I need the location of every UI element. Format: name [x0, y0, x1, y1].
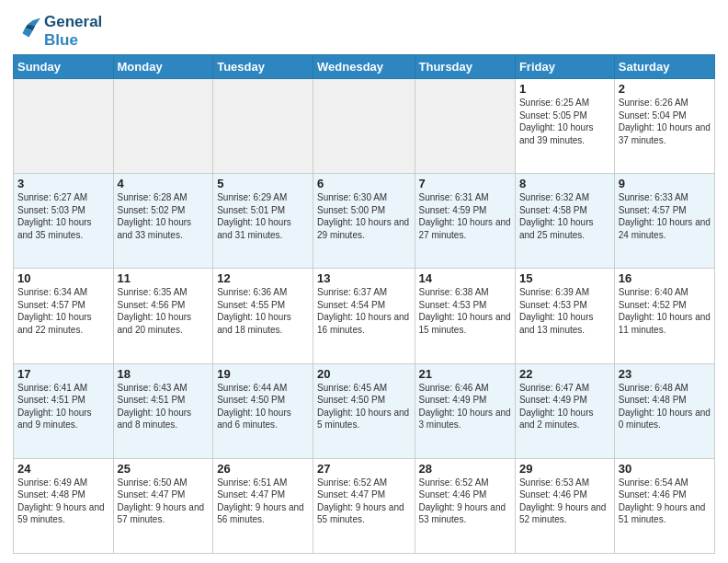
calendar-cell: 10Sunrise: 6:34 AM Sunset: 4:57 PM Dayli… — [14, 269, 114, 363]
calendar-cell: 29Sunrise: 6:53 AM Sunset: 4:46 PM Dayli… — [515, 458, 614, 553]
calendar-cell: 5Sunrise: 6:29 AM Sunset: 5:01 PM Daylig… — [213, 174, 313, 269]
day-info: Sunrise: 6:41 AM Sunset: 4:51 PM Dayligh… — [17, 382, 109, 431]
day-info: Sunrise: 6:29 AM Sunset: 5:01 PM Dayligh… — [217, 191, 309, 241]
logo-area: General Blue — [13, 13, 102, 49]
header: General Blue — [13, 9, 715, 49]
day-number: 8 — [519, 177, 610, 190]
day-number: 26 — [217, 462, 309, 476]
calendar-cell: 20Sunrise: 6:45 AM Sunset: 4:50 PM Dayli… — [313, 363, 415, 458]
calendar-cell: 4Sunrise: 6:28 AM Sunset: 5:02 PM Daylig… — [113, 174, 213, 269]
calendar-cell: 1Sunrise: 6:25 AM Sunset: 5:05 PM Daylig… — [515, 79, 614, 174]
calendar-week-row: 1Sunrise: 6:25 AM Sunset: 5:05 PM Daylig… — [14, 79, 715, 174]
calendar-week-row: 24Sunrise: 6:49 AM Sunset: 4:48 PM Dayli… — [14, 458, 715, 553]
day-number: 10 — [17, 271, 109, 285]
calendar-cell — [213, 79, 313, 174]
day-number: 23 — [619, 367, 711, 381]
calendar-cell: 21Sunrise: 6:46 AM Sunset: 4:49 PM Dayli… — [415, 363, 515, 458]
day-info: Sunrise: 6:36 AM Sunset: 4:55 PM Dayligh… — [217, 286, 309, 336]
calendar-cell: 30Sunrise: 6:54 AM Sunset: 4:46 PM Dayli… — [614, 458, 714, 553]
calendar-cell: 25Sunrise: 6:50 AM Sunset: 4:47 PM Dayli… — [113, 458, 213, 553]
calendar-cell: 6Sunrise: 6:30 AM Sunset: 5:00 PM Daylig… — [313, 174, 415, 269]
day-info: Sunrise: 6:51 AM Sunset: 4:47 PM Dayligh… — [217, 477, 309, 526]
day-number: 19 — [217, 367, 309, 381]
day-number: 30 — [619, 462, 711, 476]
calendar-cell — [415, 79, 515, 174]
calendar-cell: 23Sunrise: 6:48 AM Sunset: 4:48 PM Dayli… — [614, 363, 714, 458]
day-number: 14 — [419, 271, 511, 285]
logo-bird-icon — [15, 17, 40, 42]
calendar-header-friday: Friday — [515, 55, 614, 79]
day-info: Sunrise: 6:33 AM Sunset: 4:57 PM Dayligh… — [619, 191, 711, 241]
day-number: 3 — [17, 177, 109, 190]
calendar-cell: 24Sunrise: 6:49 AM Sunset: 4:48 PM Dayli… — [14, 458, 114, 553]
calendar-cell: 2Sunrise: 6:26 AM Sunset: 5:04 PM Daylig… — [614, 79, 714, 174]
day-info: Sunrise: 6:32 AM Sunset: 4:58 PM Dayligh… — [519, 191, 610, 241]
calendar-cell: 3Sunrise: 6:27 AM Sunset: 5:03 PM Daylig… — [14, 174, 114, 269]
calendar-week-row: 17Sunrise: 6:41 AM Sunset: 4:51 PM Dayli… — [14, 363, 715, 458]
day-info: Sunrise: 6:44 AM Sunset: 4:50 PM Dayligh… — [217, 382, 309, 431]
day-info: Sunrise: 6:34 AM Sunset: 4:57 PM Dayligh… — [17, 286, 109, 336]
calendar-cell: 9Sunrise: 6:33 AM Sunset: 4:57 PM Daylig… — [614, 174, 714, 269]
calendar-week-row: 10Sunrise: 6:34 AM Sunset: 4:57 PM Dayli… — [14, 269, 715, 363]
svg-marker-0 — [28, 17, 40, 25]
calendar-cell: 16Sunrise: 6:40 AM Sunset: 4:52 PM Dayli… — [614, 269, 714, 363]
day-number: 24 — [17, 462, 109, 476]
day-info: Sunrise: 6:48 AM Sunset: 4:48 PM Dayligh… — [619, 382, 711, 431]
calendar-cell: 13Sunrise: 6:37 AM Sunset: 4:54 PM Dayli… — [313, 269, 415, 363]
day-number: 11 — [118, 271, 210, 285]
day-info: Sunrise: 6:28 AM Sunset: 5:02 PM Dayligh… — [118, 191, 210, 241]
calendar-header-wednesday: Wednesday — [313, 55, 415, 79]
calendar-header-saturday: Saturday — [614, 55, 714, 79]
calendar-table: SundayMondayTuesdayWednesdayThursdayFrid… — [13, 54, 715, 554]
calendar-cell: 27Sunrise: 6:52 AM Sunset: 4:47 PM Dayli… — [313, 458, 415, 553]
calendar-cell — [14, 79, 114, 174]
calendar-cell — [113, 79, 213, 174]
day-number: 17 — [17, 367, 109, 381]
day-info: Sunrise: 6:40 AM Sunset: 4:52 PM Dayligh… — [619, 286, 711, 336]
calendar-cell: 26Sunrise: 6:51 AM Sunset: 4:47 PM Dayli… — [213, 458, 313, 553]
day-info: Sunrise: 6:46 AM Sunset: 4:49 PM Dayligh… — [419, 382, 511, 431]
calendar-cell: 18Sunrise: 6:43 AM Sunset: 4:51 PM Dayli… — [113, 363, 213, 458]
day-info: Sunrise: 6:47 AM Sunset: 4:49 PM Dayligh… — [519, 382, 610, 431]
day-number: 16 — [619, 271, 711, 285]
calendar-cell: 15Sunrise: 6:39 AM Sunset: 4:53 PM Dayli… — [515, 269, 614, 363]
day-number: 1 — [519, 82, 610, 96]
day-info: Sunrise: 6:52 AM Sunset: 4:46 PM Dayligh… — [419, 477, 511, 526]
calendar-header-sunday: Sunday — [14, 55, 114, 79]
calendar-cell: 17Sunrise: 6:41 AM Sunset: 4:51 PM Dayli… — [14, 363, 114, 458]
day-number: 9 — [619, 177, 711, 190]
day-number: 20 — [317, 367, 410, 381]
day-number: 25 — [118, 462, 210, 476]
calendar-week-row: 3Sunrise: 6:27 AM Sunset: 5:03 PM Daylig… — [14, 174, 715, 269]
calendar-cell: 22Sunrise: 6:47 AM Sunset: 4:49 PM Dayli… — [515, 363, 614, 458]
calendar-header-tuesday: Tuesday — [213, 55, 313, 79]
calendar-cell — [313, 79, 415, 174]
logo-general: General — [44, 13, 102, 31]
day-number: 21 — [419, 367, 511, 381]
day-number: 2 — [619, 82, 711, 96]
day-number: 6 — [317, 177, 410, 190]
day-info: Sunrise: 6:39 AM Sunset: 4:53 PM Dayligh… — [519, 286, 610, 336]
day-info: Sunrise: 6:49 AM Sunset: 4:48 PM Dayligh… — [17, 477, 109, 526]
day-number: 29 — [519, 462, 610, 476]
day-info: Sunrise: 6:25 AM Sunset: 5:05 PM Dayligh… — [519, 97, 610, 146]
calendar-header-monday: Monday — [113, 55, 213, 79]
calendar-cell: 12Sunrise: 6:36 AM Sunset: 4:55 PM Dayli… — [213, 269, 313, 363]
calendar-cell: 11Sunrise: 6:35 AM Sunset: 4:56 PM Dayli… — [113, 269, 213, 363]
day-info: Sunrise: 6:37 AM Sunset: 4:54 PM Dayligh… — [317, 286, 410, 336]
day-info: Sunrise: 6:52 AM Sunset: 4:47 PM Dayligh… — [317, 477, 410, 526]
calendar-cell: 7Sunrise: 6:31 AM Sunset: 4:59 PM Daylig… — [415, 174, 515, 269]
day-number: 12 — [217, 271, 309, 285]
logo-blue: Blue — [44, 31, 102, 50]
page: General Blue SundayMondayTuesdayWednesda… — [0, 0, 728, 563]
day-number: 15 — [519, 271, 610, 285]
day-number: 7 — [419, 177, 511, 190]
day-info: Sunrise: 6:54 AM Sunset: 4:46 PM Dayligh… — [619, 477, 711, 526]
day-number: 28 — [419, 462, 511, 476]
day-number: 27 — [317, 462, 410, 476]
day-info: Sunrise: 6:31 AM Sunset: 4:59 PM Dayligh… — [419, 191, 511, 241]
day-info: Sunrise: 6:45 AM Sunset: 4:50 PM Dayligh… — [317, 382, 410, 431]
calendar-cell: 14Sunrise: 6:38 AM Sunset: 4:53 PM Dayli… — [415, 269, 515, 363]
day-info: Sunrise: 6:35 AM Sunset: 4:56 PM Dayligh… — [118, 286, 210, 336]
calendar-cell: 19Sunrise: 6:44 AM Sunset: 4:50 PM Dayli… — [213, 363, 313, 458]
